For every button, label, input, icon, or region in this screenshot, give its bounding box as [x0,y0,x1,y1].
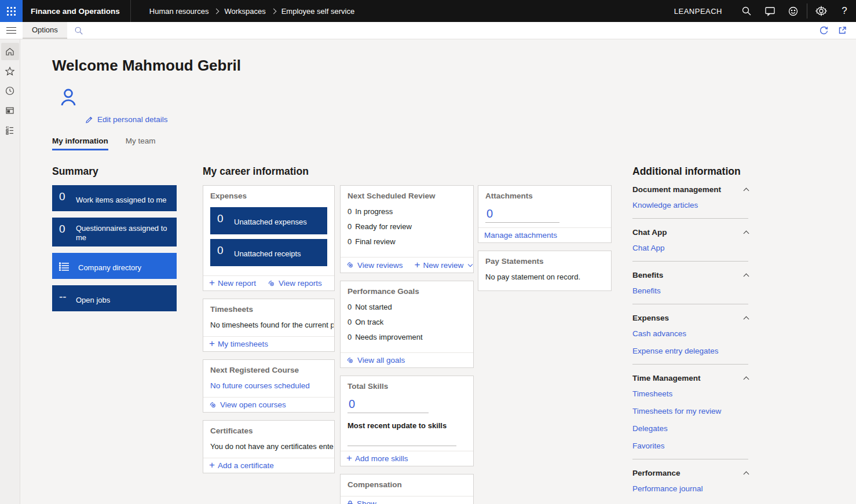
group-header-benefits[interactable]: Benefits [632,271,748,279]
link-cash-advances[interactable]: Cash advances [632,329,748,338]
summary-section: Summary 0 Work items assigned to me 0 Qu… [52,165,177,318]
chevron-up-icon [744,376,749,382]
messages-icon[interactable] [758,0,781,22]
tab-my-team[interactable]: My team [126,137,156,150]
view-eye-icon [346,356,354,365]
group-header-performance[interactable]: Performance [632,469,748,477]
plus-icon: + [209,278,215,288]
tile-unattached-expenses[interactable]: 0 Unattached expenses [210,207,327,234]
link-chat-app[interactable]: Chat App [632,244,748,252]
feedback-smiley-icon[interactable] [781,0,804,22]
link-timesheets-for-my-review[interactable]: Timesheets for my review [632,407,748,415]
manage-attachments-link[interactable]: Manage attachments [484,231,557,240]
nav-favorites-star-icon[interactable] [1,62,19,80]
group-divider [632,304,748,304]
career-heading: My career information [203,165,335,185]
certificates-empty-text: You do not have any certificates entered [210,442,334,453]
help-icon[interactable]: ? [833,0,856,22]
attachments-card: Attachments 0 Manage attachments [478,185,612,243]
tile-company-directory[interactable]: Company directory [52,253,177,279]
view-reviews-button[interactable]: View reviews [346,261,403,270]
stat-on-track: 0On track [347,318,466,326]
new-report-button[interactable]: +New report [209,279,256,288]
actionbar-right-cluster [814,22,856,39]
summary-heading: Summary [52,165,177,185]
career-column-3: Attachments 0 Manage attachments Pay Sta… [478,165,612,299]
skills-update-value [347,432,456,446]
pivot-tabs: My information My team [52,137,856,150]
stat-in-progress: 0In progress [347,207,466,216]
chevron-up-icon [744,230,749,236]
plus-icon: + [209,339,215,348]
add-certificate-button[interactable]: +Add a certificate [209,461,274,470]
timesheets-card-title: Timesheets [210,305,327,314]
compensation-show-button[interactable]: Show [346,499,376,504]
link-delegates[interactable]: Delegates [632,424,748,433]
course-card-title: Next Registered Course [210,366,327,374]
breadcrumb-module[interactable]: Human resources [149,7,209,16]
new-review-split-button[interactable]: +New review [415,261,473,270]
breadcrumb-page[interactable]: Employee self service [281,7,354,16]
link-knowledge-articles[interactable]: Knowledge articles [632,201,748,209]
group-header-time-management[interactable]: Time Management [632,374,748,382]
additional-information-section: Additional information Document manageme… [632,165,748,502]
left-nav-rail [0,39,20,504]
view-eye-icon [346,261,354,269]
search-icon[interactable] [735,0,758,22]
edit-personal-details-link[interactable]: Edit personal details [85,115,856,124]
compensation-card-title: Compensation [347,480,466,489]
link-benefits[interactable]: Benefits [632,286,748,295]
add-more-skills-button[interactable]: +Add more skills [346,454,408,463]
tile-unattached-receipts[interactable]: 0 Unattached receipts [210,239,327,266]
expenses-card-title: Expenses [210,192,327,200]
skills-card-title: Total Skills [347,382,466,391]
link-favorites[interactable]: Favorites [632,442,748,450]
additional-info-heading: Additional information [632,165,748,185]
nav-workspaces-icon[interactable] [1,102,19,119]
group-divider [632,261,748,262]
stat-not-started: 0Not started [347,303,466,311]
topbar-icon-divider [807,3,807,19]
performance-goals-card: Performance Goals 0Not started 0On track… [340,281,474,368]
chevron-up-icon [744,187,749,193]
certificates-card-title: Certificates [210,426,327,435]
view-reports-button[interactable]: View reports [268,279,322,288]
skills-update-label: Most recent update to skills [347,421,466,430]
options-tab[interactable]: Options [23,22,67,39]
person-icon [59,100,78,110]
navigation-hamburger-icon[interactable] [0,22,23,39]
company-picker[interactable]: LEANPEACH [674,7,722,16]
nav-recent-clock-icon[interactable] [1,82,19,100]
career-column-2: Next Scheduled Review 0In progress 0Read… [340,165,474,504]
settings-gear-icon[interactable] [810,0,833,22]
group-header-chat-app[interactable]: Chat App [632,228,748,237]
nav-home-icon[interactable] [1,43,19,60]
link-expense-entry-delegates[interactable]: Expense entry delegates [632,347,748,355]
group-time-management: Time Management Timesheets Timesheets fo… [632,374,748,459]
tile-questionnaires[interactable]: 0 Questionnaires assigned to me [52,218,177,247]
link-performance-journal[interactable]: Performance journal [632,484,748,493]
link-timesheets[interactable]: Timesheets [632,389,748,398]
career-column-1: My career information Expenses 0 Unattac… [203,165,335,481]
app-title[interactable]: Finance and Operations [23,0,130,22]
group-header-document-management[interactable]: Document management [632,185,748,194]
pay-statements-empty-text: No pay statement on record. [485,273,610,284]
app-launcher-waffle-icon[interactable] [0,0,23,22]
chevron-up-icon [744,471,749,477]
my-timesheets-button[interactable]: +My timesheets [209,340,268,348]
open-in-new-window-icon[interactable] [833,22,851,39]
tab-my-information[interactable]: My information [52,137,108,150]
nav-modules-icon[interactable] [1,122,19,139]
view-all-goals-button[interactable]: View all goals [346,356,405,365]
breadcrumb: Human resources Workspaces Employee self… [131,0,354,22]
group-header-expenses[interactable]: Expenses [632,314,748,322]
view-open-courses-button[interactable]: View open courses [209,400,286,409]
expenses-card: Expenses 0 Unattached expenses 0 Unattac… [203,185,335,291]
action-search-icon[interactable] [67,22,90,39]
group-benefits: Benefits Benefits [632,271,748,304]
tile-work-items[interactable]: 0 Work items assigned to me [52,185,177,211]
breadcrumb-area[interactable]: Workspaces [224,7,265,16]
no-future-courses-link[interactable]: No future courses scheduled [210,381,327,392]
refresh-icon[interactable] [814,22,833,39]
tile-open-jobs[interactable]: -- Open jobs [52,285,177,311]
